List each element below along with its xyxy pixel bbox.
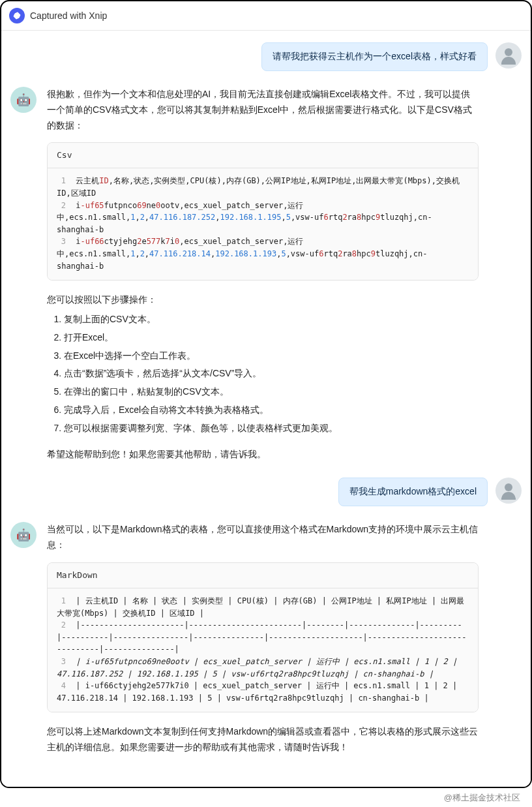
message-assistant-2: 🤖 当然可以，以下是Markdown格式的表格，您可以直接使用这个格式在Mark…	[10, 522, 522, 755]
step-item: 点击“数据”选项卡，然后选择“从文本/CSV”导入。	[64, 366, 479, 382]
step-item: 您可以根据需要调整列宽、字体、颜色等，以使表格样式更加美观。	[64, 421, 479, 436]
user-bubble: 帮我生成markdown格式的excel	[338, 478, 488, 506]
code-content[interactable]: 1 | 云主机ID | 名称 | 状态 | 实例类型 | CPU(核) | 内存…	[48, 588, 478, 712]
user-bubble: 请帮我把获得云主机作为一个excel表格，样式好看	[261, 42, 488, 71]
assistant-avatar-icon: 🤖	[10, 522, 37, 548]
code-line: 2 i-uf65futpnco69ne0ootv,ecs_xuel_patch_…	[57, 200, 469, 236]
code-line: 3 i-uf66ctyjehg2e577k7i0,ecs_xuel_patch_…	[57, 236, 469, 272]
code-line: 1 | 云主机ID | 名称 | 状态 | 实例类型 | CPU(核) | 内存…	[57, 595, 469, 619]
line-number: 1	[57, 175, 66, 187]
message-user-2: 帮我生成markdown格式的excel	[10, 478, 522, 506]
message-user-1: 请帮我把获得云主机作为一个excel表格，样式好看	[10, 42, 522, 71]
user-avatar-icon	[495, 42, 522, 69]
app-window: Captured with Xnip 请帮我把获得云主机作为一个excel表格，…	[0, 0, 532, 788]
steps-list: 复制上面的CSV文本。打开Excel。在Excel中选择一个空白工作表。点击“数…	[47, 312, 479, 436]
assistant-text: 当然可以，以下是Markdown格式的表格，您可以直接使用这个格式在Markdo…	[47, 522, 479, 553]
step-item: 复制上面的CSV文本。	[64, 312, 479, 327]
code-content[interactable]: 1 云主机ID,名称,状态,实例类型,CPU(核),内存(GB),公网IP地址,…	[48, 168, 478, 280]
user-avatar-icon	[495, 478, 522, 504]
code-lang-label: Csv	[48, 143, 478, 168]
chat-body: 请帮我把获得云主机作为一个excel表格，样式好看 🤖 很抱歉，但作为一个文本和…	[1, 31, 531, 787]
window-title: Captured with Xnip	[30, 10, 107, 21]
code-line: 2 |----------------------|--------------…	[57, 619, 469, 656]
line-number: 3	[57, 656, 66, 668]
code-lang-label: MarkDown	[48, 563, 478, 588]
line-number: 2	[57, 619, 66, 632]
step-item: 完成导入后，Excel会自动将文本转换为表格格式。	[64, 403, 479, 418]
step-item: 打开Excel。	[64, 330, 479, 346]
line-number: 2	[57, 200, 66, 212]
code-block-csv[interactable]: Csv 1 云主机ID,名称,状态,实例类型,CPU(核),内存(GB),公网I…	[47, 142, 479, 281]
line-number: 1	[57, 595, 66, 607]
step-item: 在弹出的窗口中，粘贴复制的CSV文本。	[64, 384, 479, 400]
assistant-text: 希望这能帮助到您！如果您需要其他帮助，请告诉我。	[47, 447, 479, 463]
assistant-bubble: 很抱歉，但作为一个文本和信息处理的AI，我目前无法直接创建或编辑Excel表格文…	[44, 87, 481, 462]
message-assistant-1: 🤖 很抱歉，但作为一个文本和信息处理的AI，我目前无法直接创建或编辑Excel表…	[10, 87, 522, 462]
code-block-markdown[interactable]: MarkDown 1 | 云主机ID | 名称 | 状态 | 实例类型 | CP…	[47, 562, 479, 712]
line-number: 4	[57, 680, 66, 692]
assistant-bubble: 当然可以，以下是Markdown格式的表格，您可以直接使用这个格式在Markdo…	[44, 522, 481, 755]
window-header: Captured with Xnip	[1, 1, 531, 31]
assistant-text: 您可以按照以下步骤操作：	[47, 292, 479, 308]
code-line: 3 | i-uf65futpnco69ne0ootv | ecs_xuel_pa…	[57, 656, 469, 680]
code-line: 4 | i-uf66ctyjehg2e577k7i0 | ecs_xuel_pa…	[57, 680, 469, 704]
step-item: 在Excel中选择一个空白工作表。	[64, 348, 479, 364]
line-number: 3	[57, 236, 66, 248]
assistant-text: 很抱歉，但作为一个文本和信息处理的AI，我目前无法直接创建或编辑Excel表格文…	[47, 87, 479, 133]
code-line: 1 云主机ID,名称,状态,实例类型,CPU(核),内存(GB),公网IP地址,…	[57, 175, 469, 199]
assistant-text: 您可以将上述Markdown文本复制到任何支持Markdown的编辑器或查看器中…	[47, 724, 479, 755]
watermark: @稀土掘金技术社区	[0, 788, 532, 805]
xnip-icon	[9, 8, 25, 23]
assistant-avatar-icon: 🤖	[10, 87, 37, 113]
